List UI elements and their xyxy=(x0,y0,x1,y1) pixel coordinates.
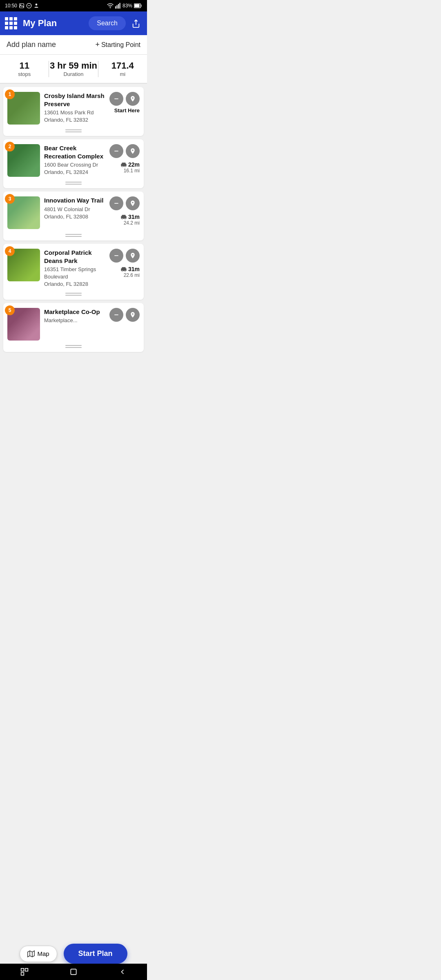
stop-info[interactable]: Marketplace Co-Op Marketplace... xyxy=(44,308,105,325)
remove-stop-button[interactable] xyxy=(109,308,123,322)
stats-bar: 11 stops 3 hr 59 min Duration 171.4 mi xyxy=(0,55,147,84)
travel-info: 31m 24.2 mi xyxy=(120,214,140,226)
stop-info[interactable]: Bear Creek Recreation Complex 1600 Bear … xyxy=(44,144,105,176)
svg-point-20 xyxy=(125,166,126,167)
drag-line-2 xyxy=(65,131,82,132)
app-title: My Plan xyxy=(23,18,85,29)
travel-time: 31m xyxy=(120,266,140,272)
stop-address: 4801 W Colonial DrOrlando, FL 32808 xyxy=(44,206,105,220)
minus-icon xyxy=(113,96,120,102)
stop-card: 3 Innovation Way Trail 4801 W Colonial D… xyxy=(3,192,144,241)
remove-stop-button[interactable] xyxy=(109,196,123,210)
share-button[interactable] xyxy=(130,16,142,30)
remove-stop-button[interactable] xyxy=(109,92,123,106)
starting-point-label: Starting Point xyxy=(101,41,140,49)
stop-icons-row xyxy=(109,144,140,158)
plan-name-label[interactable]: Add plan name xyxy=(7,40,56,49)
svg-rect-7 xyxy=(116,5,117,9)
starting-point-button[interactable]: + Starting Point xyxy=(95,40,140,49)
drag-line-2 xyxy=(65,347,82,348)
apps-grid-icon[interactable] xyxy=(5,17,17,29)
search-button[interactable]: Search xyxy=(89,16,126,30)
stop-card: 5 Marketplace Co-Op Marketplace... xyxy=(3,303,144,352)
start-here-label: Start Here xyxy=(114,107,140,114)
svg-rect-8 xyxy=(118,4,119,9)
drag-line-1 xyxy=(65,129,82,130)
stop-name: Crosby Island Marsh Preserve xyxy=(44,92,105,108)
distance-stat: 171.4 mi xyxy=(98,60,147,77)
share-icon xyxy=(131,19,140,28)
stop-name: Marketplace Co-Op xyxy=(44,308,105,316)
locate-stop-button[interactable] xyxy=(126,144,140,158)
drag-handle[interactable] xyxy=(7,292,140,296)
drag-handle[interactable] xyxy=(7,129,140,133)
locate-stop-button[interactable] xyxy=(126,308,140,322)
car-icon xyxy=(120,161,127,168)
locate-stop-button[interactable] xyxy=(126,196,140,210)
stop-image-wrap: 2 xyxy=(7,144,40,177)
travel-dist: 16.1 mi xyxy=(124,168,140,174)
stop-card: 1 Crosby Island Marsh Preserve 13601 Mos… xyxy=(3,87,144,136)
stop-info[interactable]: Corporal Patrick Deans Park 16351 Timber… xyxy=(44,249,105,288)
drag-lines xyxy=(65,181,82,185)
stop-card: 4 Corporal Patrick Deans Park 16351 Timb… xyxy=(3,244,144,300)
svg-point-27 xyxy=(132,254,133,255)
drag-handle[interactable] xyxy=(7,233,140,237)
svg-point-1 xyxy=(20,4,21,5)
minus-icon xyxy=(113,200,120,207)
drag-line-1 xyxy=(65,293,82,294)
distance-value: 171.4 xyxy=(98,60,147,71)
minus-circle-icon xyxy=(26,3,32,9)
location-pin-icon xyxy=(129,148,136,154)
svg-rect-12 xyxy=(134,4,140,7)
locate-stop-button[interactable] xyxy=(126,92,140,106)
stop-actions xyxy=(109,308,140,322)
svg-point-24 xyxy=(122,218,123,219)
drag-line-1 xyxy=(65,182,82,183)
car-icon xyxy=(120,214,127,220)
duration-stat: 3 hr 59 min Duration xyxy=(49,60,98,77)
stop-badge: 1 xyxy=(5,89,15,99)
travel-dist: 24.2 mi xyxy=(124,220,140,226)
drag-lines xyxy=(65,233,82,237)
svg-rect-11 xyxy=(141,5,142,7)
location-pin-icon xyxy=(129,200,136,207)
drag-handle[interactable] xyxy=(7,181,140,185)
stop-card: 2 Bear Creek Recreation Complex 1600 Bea… xyxy=(3,139,144,188)
stop-badge: 4 xyxy=(5,246,15,256)
stop-actions: 22m 16.1 mi xyxy=(109,144,140,174)
stops-stat: 11 stops xyxy=(0,60,49,77)
travel-time: 31m xyxy=(120,214,140,220)
stop-card-top: 5 Marketplace Co-Op Marketplace... xyxy=(7,308,140,341)
duration-value: 3 hr 59 min xyxy=(49,60,98,71)
stop-actions: 31m 22.6 mi xyxy=(109,249,140,278)
battery-percent: 83% xyxy=(122,3,132,9)
svg-rect-9 xyxy=(119,3,120,9)
stops-value: 11 xyxy=(0,60,49,71)
stop-address: 13601 Moss Park RdOrlando, FL 32832 xyxy=(44,109,105,124)
stop-name: Bear Creek Recreation Complex xyxy=(44,144,105,160)
remove-stop-button[interactable] xyxy=(109,249,123,263)
drag-line-1 xyxy=(65,234,82,235)
stop-actions: Start Here xyxy=(109,92,140,114)
svg-point-25 xyxy=(125,218,126,219)
drag-handle[interactable] xyxy=(7,345,140,349)
stop-info[interactable]: Crosby Island Marsh Preserve 13601 Moss … xyxy=(44,92,105,124)
locate-stop-button[interactable] xyxy=(126,249,140,263)
stop-info[interactable]: Innovation Way Trail 4801 W Colonial DrO… xyxy=(44,196,105,220)
stop-image-wrap: 1 xyxy=(7,92,40,125)
svg-point-29 xyxy=(122,270,123,272)
location-pin-icon xyxy=(129,312,136,318)
distance-label: mi xyxy=(98,71,147,77)
svg-rect-6 xyxy=(115,6,116,9)
drag-line-2 xyxy=(65,295,82,296)
travel-time: 22m xyxy=(120,161,140,168)
minus-icon xyxy=(113,312,120,318)
remove-stop-button[interactable] xyxy=(109,144,123,158)
location-pin-icon xyxy=(129,96,136,102)
stop-icons-row xyxy=(109,308,140,322)
status-bar: 10:50 83% xyxy=(0,0,147,11)
plus-icon: + xyxy=(95,40,100,49)
photo-icon xyxy=(19,3,24,9)
svg-point-22 xyxy=(132,202,133,203)
